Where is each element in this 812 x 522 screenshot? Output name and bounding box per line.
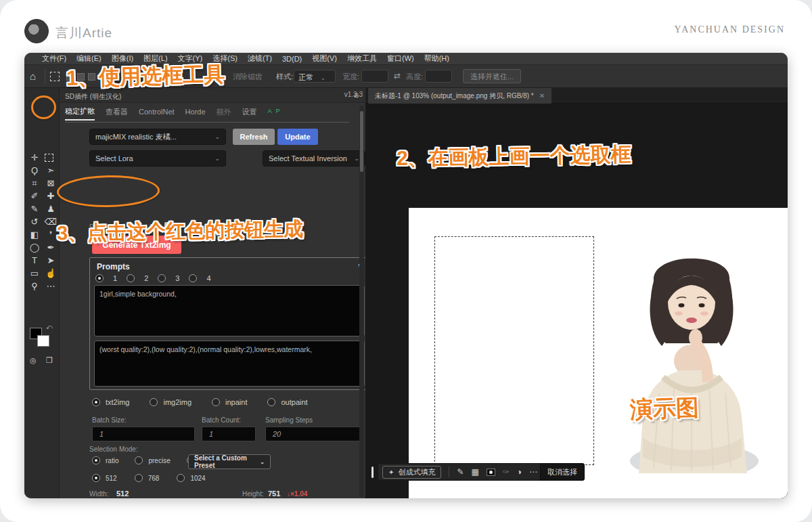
- prompt-set-4-radio[interactable]: [189, 274, 197, 282]
- inpaint-radio[interactable]: [212, 398, 220, 406]
- size-512-radio[interactable]: [92, 474, 100, 482]
- tab-settings[interactable]: 设置: [242, 107, 257, 120]
- precise-radio[interactable]: [135, 456, 143, 464]
- swap-dimensions-icon[interactable]: ⇄: [394, 71, 401, 81]
- eraser-tool-icon[interactable]: ⌫: [43, 216, 58, 228]
- taskbar-grip-handle[interactable]: [371, 466, 374, 478]
- update-button[interactable]: Update: [277, 129, 318, 145]
- negative-prompt-textarea[interactable]: (worst quality:2),(low quality:2),(norma…: [94, 341, 365, 387]
- type-tool-icon[interactable]: T: [27, 255, 42, 267]
- zoom-tool-icon[interactable]: ⚲: [27, 280, 42, 292]
- refresh-button[interactable]: Refresh: [233, 129, 275, 145]
- blur-tool-icon[interactable]: ❜: [43, 229, 58, 241]
- batch-count-input[interactable]: 1: [202, 427, 256, 441]
- healing-brush-tool-icon[interactable]: ✚: [43, 190, 58, 202]
- generative-fill-button[interactable]: ✦ 创成式填充: [382, 466, 441, 479]
- menu-filter[interactable]: 滤镜(T): [248, 53, 272, 64]
- more-tools-icon[interactable]: ⋯: [43, 280, 58, 292]
- home-icon[interactable]: ⌂: [30, 70, 36, 82]
- menu-window[interactable]: 窗口(W): [387, 53, 414, 64]
- tab-stable-diffusion[interactable]: 稳定扩散: [65, 106, 95, 121]
- tab-viewer[interactable]: 查看器: [106, 107, 128, 120]
- lasso-tool-icon[interactable]: Ϙ: [27, 165, 42, 177]
- reset-colors-icon[interactable]: ⤺: [46, 324, 53, 331]
- width-field[interactable]: [361, 70, 388, 83]
- photoshop-window: 文件(F) 编辑(E) 图像(I) 图层(L) 文字(Y) 选择(S) 滤镜(T…: [24, 53, 788, 498]
- panel-scrollbar[interactable]: [359, 106, 364, 497]
- menu-edit[interactable]: 编辑(E): [76, 53, 102, 64]
- outpaint-radio[interactable]: [267, 398, 275, 406]
- annotation-step1: 1、使用选框工具: [66, 60, 225, 93]
- frame-tool-icon[interactable]: ⊠: [43, 177, 58, 190]
- adjustment-icon[interactable]: ▦: [471, 467, 478, 477]
- sd-plugin-panel: SD插件 (明生汉化) ≡ 稳定扩散 查看器 ControlNet Horde …: [60, 88, 365, 498]
- hand-tool-icon[interactable]: ☝: [43, 267, 58, 280]
- taskbar-body: ✦ 创成式填充 ✎ ▦ ✑ ◑ ⋯: [378, 463, 542, 481]
- demo-photo-illustration: [612, 238, 771, 473]
- tab-controlnet[interactable]: ControlNet: [139, 108, 175, 118]
- deselect-button[interactable]: 取消选择: [540, 463, 585, 481]
- img2img-radio[interactable]: [150, 398, 158, 406]
- artboard[interactable]: [409, 208, 788, 498]
- height-field[interactable]: [425, 70, 452, 83]
- brush-icon[interactable]: ✎: [457, 467, 464, 477]
- path-select-tool-icon[interactable]: ➤: [43, 255, 58, 267]
- pen-tool-icon[interactable]: ✒: [43, 242, 58, 254]
- menu-3d[interactable]: 3D(D): [282, 55, 302, 63]
- size-768-radio[interactable]: [135, 474, 143, 482]
- more-options-icon[interactable]: ⋯: [529, 467, 537, 477]
- clone-stamp-tool-icon[interactable]: ♟: [43, 203, 58, 215]
- batch-size-input[interactable]: 1: [92, 427, 195, 441]
- demo-photo: [612, 238, 771, 473]
- shape-tool-icon[interactable]: ▭: [27, 267, 42, 280]
- prompt-set-3-radio[interactable]: [158, 274, 166, 282]
- style-select[interactable]: 正常 ⌄: [294, 70, 336, 83]
- textual-inversion-select[interactable]: Select Textual Inversion ⌄: [263, 150, 365, 167]
- history-brush-tool-icon[interactable]: ↺: [27, 216, 42, 228]
- eyedropper-tool-icon[interactable]: ✐: [27, 190, 42, 202]
- tab-extra[interactable]: 额外: [217, 107, 231, 120]
- quick-mask-icon[interactable]: ◎: [30, 356, 37, 365]
- tab-horde[interactable]: Horde: [185, 108, 206, 118]
- annotation-step3: 3、点击这个红色的按钮生成: [57, 216, 304, 247]
- menu-view[interactable]: 视图(V): [312, 53, 337, 64]
- marquee-selection[interactable]: [434, 236, 594, 465]
- prompt-set-1-radio[interactable]: [95, 274, 104, 282]
- chevron-down-icon: ⌄: [260, 459, 265, 465]
- active-tool-marquee-icon[interactable]: [50, 72, 60, 81]
- contrast-icon[interactable]: ◑: [517, 467, 522, 477]
- object-selection-tool-icon[interactable]: ➣: [43, 165, 58, 177]
- height-label: 高度:: [406, 72, 423, 82]
- marquee-tool-icon[interactable]: [45, 154, 53, 162]
- crop-tool-icon[interactable]: ⌗: [27, 177, 42, 190]
- color-swatches[interactable]: ⤺: [30, 325, 53, 349]
- plugin-version: v1.3.3: [344, 91, 363, 98]
- lora-select[interactable]: Select Lora ⌄: [89, 150, 226, 167]
- sampling-steps-input[interactable]: 20: [265, 427, 361, 441]
- document-tab[interactable]: 未标题-1 @ 103% (output_image.png 拷贝, RGB/8…: [368, 88, 551, 104]
- screen-mode-icon[interactable]: ❒: [46, 356, 53, 365]
- model-select[interactable]: majicMIX realistic 麦橘... ⌄: [89, 129, 226, 145]
- close-icon[interactable]: ✕: [539, 92, 545, 100]
- menu-help[interactable]: 帮助(H): [424, 53, 449, 64]
- custom-preset-select[interactable]: Select a Custom Preset ⌄: [188, 454, 271, 469]
- annotation-demo-label: 演示图: [629, 392, 700, 426]
- batch-count-label: Batch Count:: [202, 416, 241, 424]
- menu-plugins[interactable]: 增效工具: [347, 53, 377, 64]
- username: 言川Artie: [55, 24, 112, 42]
- ratio-radio[interactable]: [92, 456, 100, 464]
- prompt-set-2-radio[interactable]: [127, 274, 135, 282]
- mask-icon[interactable]: [487, 469, 495, 476]
- size-1024-radio[interactable]: [177, 474, 185, 482]
- txt2img-radio[interactable]: [92, 398, 100, 406]
- positive-prompt-textarea[interactable]: 1girl,simple background,: [94, 285, 365, 336]
- menu-file[interactable]: 文件(F): [42, 53, 66, 64]
- chevron-down-icon: ⌄: [321, 75, 325, 81]
- dodge-tool-icon[interactable]: ◯: [27, 242, 42, 254]
- gradient-tool-icon[interactable]: ◧: [27, 229, 42, 241]
- brush-tool-icon[interactable]: ✎: [27, 203, 42, 215]
- select-and-mask-button[interactable]: 选择并遮住...: [463, 69, 521, 83]
- background-color-swatch[interactable]: [37, 335, 49, 347]
- feather-icon[interactable]: ✑: [503, 467, 510, 477]
- move-tool-icon[interactable]: ✛: [27, 152, 42, 164]
